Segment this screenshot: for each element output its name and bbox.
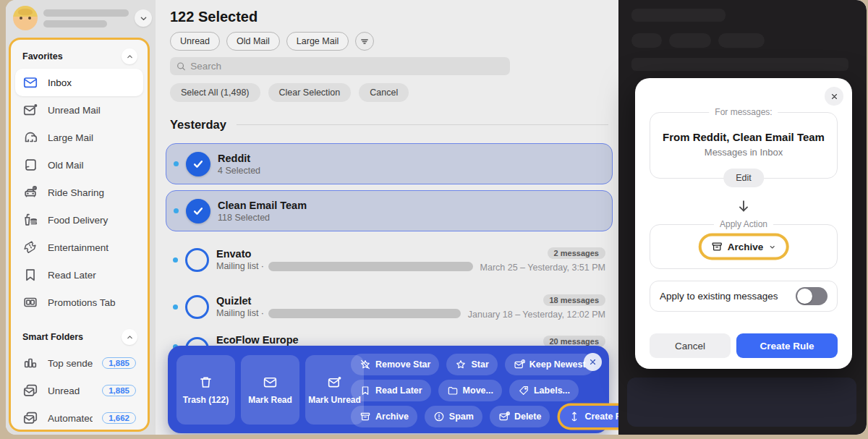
delete-button[interactable]: Delete — [490, 406, 550, 427]
for-messages-label: For messages: — [709, 107, 778, 117]
redacted-subject-bar — [268, 309, 461, 318]
sidebar-highlight-panel: Favorites Inbox Unread Mail Large Mail O… — [9, 38, 150, 432]
sidebar-item-large-mail[interactable]: Large Mail — [15, 124, 143, 151]
sidebar-item-promotions-tab[interactable]: Promotions Tab — [15, 289, 143, 316]
for-messages-box: For messages: From Reddit, Clean Email T… — [650, 112, 838, 179]
close-icon — [830, 92, 839, 101]
trash-button[interactable]: Trash (122) — [176, 355, 235, 425]
select-all-button[interactable]: Select All (1,498) — [170, 83, 260, 102]
envelope-dot-icon — [22, 102, 38, 118]
modal-create-rule-button[interactable]: Create Rule — [736, 333, 838, 358]
apply-action-label: Apply Action — [714, 219, 773, 229]
list-item-reddit[interactable]: Reddit 4 Selected — [166, 143, 613, 184]
envelope-dot-icon — [327, 375, 342, 390]
food-icon — [22, 212, 38, 228]
action-select-archive[interactable]: Archive — [702, 236, 786, 257]
sidebar-item-unread-mail[interactable]: Unread Mail — [15, 96, 143, 124]
sidebar-item-food-delivery[interactable]: Food Delivery — [15, 206, 143, 234]
apply-existing-label: Apply to existing messages — [660, 291, 796, 302]
account-header[interactable] — [6, 0, 156, 36]
rule-senders: From Reddit, Clean Email Team — [650, 131, 837, 143]
car-icon — [22, 184, 38, 200]
mail-stack-icon — [22, 383, 38, 398]
message-count-badge: 2 messages — [548, 247, 605, 259]
count-badge: 1,885 — [102, 385, 136, 396]
mark-read-button[interactable]: Mark Read — [241, 355, 299, 425]
smart-folders-section-header[interactable]: Smart Folders — [15, 326, 143, 349]
app-window: Favorites Inbox Unread Mail Large Mail O… — [6, 0, 867, 435]
rule-icon — [569, 411, 580, 422]
account-chevron-button[interactable] — [135, 9, 152, 27]
apply-action-box: Apply Action Archive — [650, 224, 838, 269]
sidebar-item-inbox[interactable]: Inbox — [15, 69, 143, 96]
archive-icon — [711, 241, 723, 253]
apply-existing-row: Apply to existing messages — [650, 281, 838, 312]
redacted-subject-bar — [268, 262, 473, 271]
sidebar-item-old-mail[interactable]: Old Mail — [15, 151, 143, 179]
smart-folders-title: Smart Folders — [22, 332, 83, 342]
archive-button[interactable]: Archive — [351, 406, 417, 427]
read-later-button[interactable]: Read Later — [351, 380, 431, 401]
bookmark-icon — [22, 267, 38, 283]
chip-old-mail[interactable]: Old Mail — [226, 32, 280, 51]
tag-icon — [518, 385, 529, 396]
list-item-quizlet[interactable]: Quizlet Mailing list · 18 messages Janua… — [166, 288, 613, 325]
day-group-header: Yesterday — [170, 118, 608, 132]
sidebar-item-top-senders[interactable]: Top senders 1,885 — [15, 349, 143, 377]
sidebar-item-automated-messages[interactable]: Automated messa... 1,662 — [15, 404, 143, 432]
favorites-section-header[interactable]: Favorites — [15, 46, 143, 69]
search-bar[interactable] — [170, 57, 510, 75]
filter-button[interactable] — [355, 32, 374, 51]
rule-scope: Messages in Inbox — [650, 147, 837, 158]
inbox-envelope-icon — [22, 74, 38, 90]
sidebar-item-read-later[interactable]: Read Later — [15, 261, 143, 289]
day-title: Yesterday — [170, 118, 226, 132]
modal-cancel-button[interactable]: Cancel — [650, 333, 731, 358]
apply-existing-toggle[interactable] — [796, 287, 827, 305]
envelope-badge-icon — [514, 359, 525, 370]
smart-folders-collapse-icon[interactable] — [122, 329, 137, 345]
chip-unread[interactable]: Unread — [170, 32, 220, 51]
star-icon — [455, 359, 467, 370]
unread-dot — [173, 304, 178, 310]
count-badge: 1,662 — [102, 412, 136, 424]
arrow-down-icon — [736, 198, 752, 214]
checked-checkbox[interactable] — [186, 199, 210, 223]
favorites-collapse-icon[interactable] — [122, 48, 137, 64]
sidebar-item-unread[interactable]: Unread 1,885 — [15, 377, 143, 404]
unread-dot — [174, 208, 179, 213]
labels-button[interactable]: Labels... — [509, 380, 579, 401]
list-item-envato[interactable]: Envato Mailing list · 2 messages March 2… — [166, 241, 613, 278]
search-input[interactable] — [190, 61, 504, 72]
envelope-icon — [263, 375, 278, 390]
elephant-icon — [22, 129, 38, 145]
sidebar-item-ride-sharing[interactable]: Ride Sharing — [15, 179, 143, 206]
checked-checkbox[interactable] — [186, 152, 210, 176]
edit-button[interactable]: Edit — [723, 169, 764, 187]
sidebar-item-entertainment[interactable]: Entertainment — [15, 234, 143, 261]
check-icon — [192, 205, 205, 218]
remove-star-button[interactable]: Remove Star — [351, 354, 439, 375]
count-badge: 1,885 — [102, 357, 136, 369]
unchecked-checkbox[interactable] — [185, 248, 209, 272]
scroll-icon — [22, 157, 38, 173]
modal-close-button[interactable] — [825, 87, 843, 106]
cancel-button[interactable]: Cancel — [359, 83, 409, 102]
mail-list-pane: 122 Selected Unread Old Mail Large Mail … — [156, 0, 618, 435]
unchecked-checkbox[interactable] — [185, 295, 209, 319]
filter-chips: Unread Old Mail Large Mail — [170, 32, 374, 51]
keep-newest-button[interactable]: Keep Newest — [505, 354, 595, 375]
list-item-clean-email-team[interactable]: Clean Email Team 118 Selected — [166, 190, 613, 231]
favorites-title: Favorites — [22, 51, 63, 61]
check-icon — [192, 158, 205, 171]
clear-selection-button[interactable]: Clear Selection — [268, 83, 352, 102]
selection-actions: Select All (1,498) Clear Selection Cance… — [170, 83, 409, 102]
ticket-icon — [22, 239, 38, 255]
bar-chart-icon — [22, 355, 38, 371]
move-button[interactable]: Move... — [438, 380, 502, 401]
spam-button[interactable]: Spam — [425, 406, 482, 427]
star-button[interactable]: Star — [446, 354, 497, 375]
chip-large-mail[interactable]: Large Mail — [286, 32, 349, 51]
create-rule-modal: For messages: From Reddit, Clean Email T… — [635, 78, 852, 369]
page-title: 122 Selected — [170, 9, 258, 25]
